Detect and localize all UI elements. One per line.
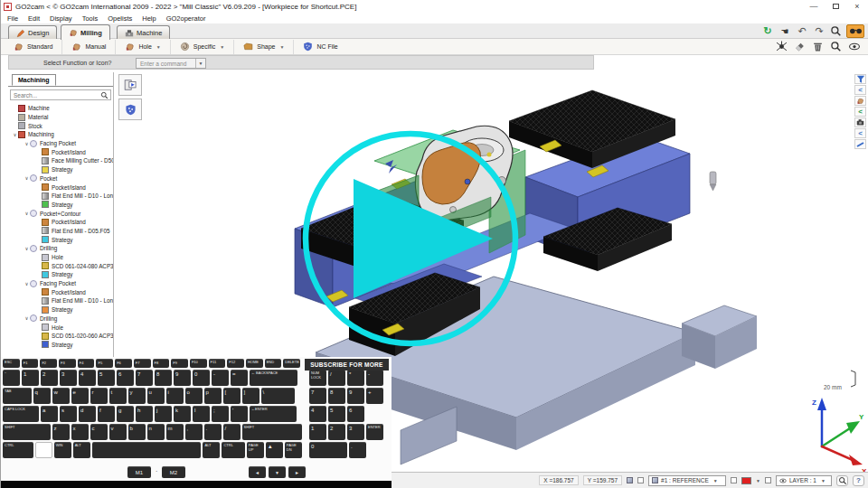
tree-item[interactable]: Strategy — [8, 165, 113, 174]
keyboard-key: END — [265, 359, 282, 368]
tab-milling[interactable]: Milling — [61, 24, 110, 40]
mill-icon — [42, 227, 49, 234]
tree-item[interactable]: Strategy — [8, 270, 113, 279]
go2operator-button[interactable] — [846, 24, 864, 38]
tree-item[interactable]: Pocket/Island — [8, 287, 113, 296]
keyboard-key: SHIFT — [3, 424, 51, 440]
command-combobox[interactable]: Enter a command ▼ — [136, 58, 206, 69]
menu-display[interactable]: Display — [50, 14, 72, 23]
menu-edit[interactable]: Edit — [28, 14, 40, 23]
tree-item[interactable]: SCD 051-020-060 ACP3N.F01 — [8, 332, 113, 341]
reference-select[interactable]: #1 : REFERENCE ▼ — [648, 475, 726, 486]
measure-button[interactable] — [854, 139, 866, 149]
tree-item[interactable]: ∨Pocket+Contour — [8, 209, 113, 218]
undo-icon[interactable]: ↶ — [796, 25, 808, 37]
pan-hand-icon[interactable]: ☚ — [778, 25, 791, 37]
menu-opelists[interactable]: Opelists — [108, 14, 132, 23]
pocket-icon — [42, 219, 49, 226]
scale-label: 20 mm — [824, 384, 842, 390]
tree-item[interactable]: ∨Drilling — [8, 244, 113, 253]
keyboard-key: r — [90, 388, 108, 404]
machining-panel-tab[interactable]: Machining — [12, 74, 56, 86]
close-button[interactable]: × — [846, 0, 868, 13]
zoom-icon[interactable] — [830, 41, 842, 52]
tree-item[interactable]: ∨Facing Pocket — [8, 279, 113, 288]
tree-item[interactable]: ∨Facing Pocket — [8, 139, 113, 148]
tree-item[interactable]: ∨Drilling — [8, 314, 113, 324]
tab-design[interactable]: Design — [8, 25, 57, 40]
expand-arrow-icon[interactable]: ∨ — [24, 315, 30, 321]
simulation-button[interactable] — [118, 74, 142, 96]
keyboard-key: ALT — [203, 442, 220, 458]
tree-item[interactable]: Hole — [8, 253, 113, 262]
help-button[interactable]: ? — [853, 475, 864, 486]
tree-item-label: Strategy — [52, 237, 72, 243]
refresh-icon[interactable]: ↻ — [761, 25, 774, 37]
expand-arrow-icon[interactable]: ∨ — [24, 246, 30, 251]
tree-item[interactable]: Pocket/Island — [8, 218, 113, 227]
expand-arrow-icon[interactable]: ∨ — [24, 141, 30, 146]
nc-file-button[interactable]: NC File — [294, 40, 346, 54]
menu-go2operator[interactable]: GO2operator — [166, 14, 206, 23]
expand-button[interactable]: < — [854, 107, 866, 117]
expand-arrow-icon[interactable]: ∨ — [24, 175, 30, 181]
zoom-icon[interactable] — [830, 25, 842, 37]
tree-item[interactable]: Machine — [8, 104, 113, 113]
nc-output-button[interactable] — [118, 99, 142, 120]
tree-item[interactable]: Strategy — [8, 235, 113, 244]
expand-button[interactable]: < — [854, 128, 866, 138]
tree-item[interactable]: Strategy — [8, 305, 113, 314]
tree-item[interactable]: Pocket/Island — [8, 147, 113, 156]
tree-item-label: Strategy — [52, 271, 72, 277]
tree-item[interactable]: Face Milling Cutter - D50.F09 — [8, 156, 113, 165]
machining-robot-icon[interactable] — [776, 41, 788, 52]
tree-item[interactable]: Strategy — [8, 201, 113, 210]
layer-checkbox[interactable] — [765, 477, 771, 483]
tree-item[interactable]: Flat End Mill - D05.F05 — [8, 227, 113, 236]
minimize-button[interactable]: — — [803, 0, 825, 13]
tree-item-label: Flat End Mill - D10 - Long.F05 — [52, 192, 113, 199]
reference-checkbox[interactable] — [637, 477, 644, 483]
tree-item[interactable]: Pocket/Island — [8, 183, 113, 192]
expand-arrow-icon[interactable]: ∨ — [12, 132, 18, 137]
filter-button[interactable] — [854, 74, 866, 84]
layer-select[interactable]: LAYER : 1 ▼ — [776, 475, 832, 486]
redo-icon[interactable]: ↷ — [813, 25, 826, 37]
visibility-eye-icon[interactable] — [848, 41, 861, 52]
expand-arrow-icon[interactable]: ∨ — [24, 281, 30, 286]
command-prompt-label: Select Function or Icon? — [43, 60, 112, 66]
axis-y-label: Y — [859, 413, 864, 421]
trash-icon[interactable] — [812, 41, 824, 52]
current-color-swatch[interactable] — [741, 477, 751, 484]
tree-item[interactable]: ∨Pocket — [8, 174, 113, 183]
color-checkbox[interactable] — [731, 477, 737, 483]
standard-button[interactable]: Standard — [5, 40, 62, 54]
keyboard-key: j — [155, 406, 172, 422]
specific-button[interactable]: Specific ▼ — [171, 40, 234, 54]
tree-item[interactable]: Material — [8, 113, 113, 122]
tab-machine[interactable]: Machine — [117, 25, 170, 40]
eraser-icon[interactable] — [794, 41, 806, 52]
restore-button[interactable] — [825, 0, 846, 13]
tree-item[interactable]: Strategy — [8, 341, 113, 350]
menu-tools[interactable]: Tools — [82, 14, 99, 23]
keyboard-key: , — [185, 424, 203, 440]
tree-item[interactable]: SCD 061-024-080 ACP3N.F01 — [8, 261, 113, 270]
zoom-extents-button[interactable] — [836, 475, 848, 486]
tree-item[interactable]: ∨Machining — [8, 130, 113, 139]
expand-arrow-icon[interactable]: ∨ — [24, 211, 30, 216]
hole-button[interactable]: Hole ▼ — [116, 40, 170, 54]
tree-item[interactable]: Stock — [8, 121, 113, 130]
menu-help[interactable]: Help — [142, 14, 156, 23]
tree-item[interactable]: Flat End Mill - D10 - Long.F05 — [8, 192, 113, 201]
search-input[interactable] — [10, 89, 111, 100]
hand-tool-button[interactable] — [854, 96, 866, 106]
shape-button[interactable]: Shape ▼ — [234, 40, 294, 54]
manual-button[interactable]: Manual — [62, 40, 116, 54]
menu-file[interactable]: File — [7, 14, 18, 23]
keyboard-key: 2 — [328, 424, 345, 440]
tree-item[interactable]: Flat End Mill - D10 - Long.F05 — [8, 296, 113, 305]
camera-view-button[interactable] — [854, 117, 866, 127]
tree-item[interactable]: Hole — [8, 323, 113, 332]
expand-button[interactable]: < — [854, 85, 866, 95]
